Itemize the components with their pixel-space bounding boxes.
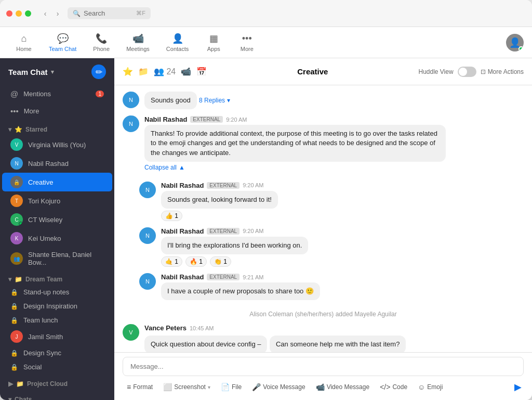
code-label: Code bbox=[392, 383, 407, 391]
msg-5-content: Vance Peters 10:45 AM Quick question abo… bbox=[144, 324, 524, 352]
huddle-toggle-track bbox=[458, 67, 476, 77]
message-input[interactable] bbox=[123, 357, 524, 376]
creative-avatar: 🔒 bbox=[10, 176, 23, 188]
message-group-4: N Nabil Rashad EXTERNAL 9:21 AM I have a… bbox=[123, 273, 524, 300]
sidebar-item-kei[interactable]: K Kei Umeko bbox=[2, 229, 112, 248]
sidebar-item-tori[interactable]: T Tori Kojuro bbox=[2, 191, 112, 210]
msg-0-avatar: N bbox=[123, 92, 139, 108]
voice-label: Voice Message bbox=[263, 383, 305, 391]
nav-meetings[interactable]: 📹 Meetings bbox=[119, 30, 157, 55]
msg-3-meta: Nabil Rashad EXTERNAL 9:20 AM bbox=[161, 227, 524, 235]
user-avatar[interactable]: 👤 bbox=[506, 34, 524, 51]
sidebar-title-text: Team Chat bbox=[8, 68, 48, 76]
sidebar-item-designinspiration[interactable]: 🔒 Design Inspiration bbox=[2, 299, 112, 313]
file-button[interactable]: 📄 File bbox=[217, 380, 246, 394]
chat-title: Creative bbox=[213, 67, 412, 76]
screenshot-dropdown-icon: ▾ bbox=[208, 384, 210, 390]
forward-button[interactable]: › bbox=[52, 8, 63, 19]
sidebar-item-nabil[interactable]: N Nabil Rashad bbox=[2, 154, 112, 173]
social-lock-icon: 🔒 bbox=[10, 364, 18, 371]
msg-3-time: 9:20 AM bbox=[243, 228, 263, 234]
nav-more-label: More bbox=[241, 46, 254, 52]
sidebar-item-virginia[interactable]: V Virginia Willis (You) bbox=[2, 135, 112, 154]
chats-section[interactable]: ▾ Chats bbox=[0, 390, 114, 400]
back-button[interactable]: ‹ bbox=[39, 8, 51, 19]
standup-label: Stand-up notes bbox=[23, 288, 69, 296]
main-content: Team Chat ▾ ✏ @ Mentions 1 ••• More ▾ ⭐ … bbox=[0, 58, 532, 400]
msg-3-reaction-1[interactable]: 🔥 1 bbox=[185, 256, 207, 267]
video-message-button[interactable]: 📹 Video Message bbox=[312, 380, 374, 394]
sidebar-item-mentions[interactable]: @ Mentions 1 bbox=[2, 85, 112, 102]
close-button[interactable] bbox=[6, 10, 12, 17]
minimize-button[interactable] bbox=[16, 10, 22, 17]
huddle-toggle[interactable] bbox=[458, 67, 476, 77]
sidebar-item-social[interactable]: 🔒 Social bbox=[2, 360, 112, 374]
members-icon[interactable]: 👥 24 bbox=[154, 67, 176, 76]
code-button[interactable]: </> Code bbox=[376, 380, 411, 394]
designinspiration-label: Design Inspiration bbox=[23, 302, 77, 310]
shante-label: Shante Elena, Daniel Bow... bbox=[28, 251, 104, 266]
msg-4-time: 9:21 AM bbox=[243, 274, 263, 280]
search-bar[interactable]: 🔍 Search ⌘F bbox=[68, 7, 151, 19]
send-button[interactable]: ▶ bbox=[512, 379, 524, 395]
screenshot-icon: ⬜ bbox=[163, 383, 172, 391]
replies-link-0[interactable]: 8 Replies ▾ bbox=[199, 97, 230, 104]
starred-section[interactable]: ▾ ⭐ Starred bbox=[0, 120, 114, 135]
video-message-label: Video Message bbox=[327, 383, 370, 391]
video-header-icon[interactable]: 📹 bbox=[181, 67, 191, 76]
message-group-1: N Nabil Rashad EXTERNAL 9:20 AM Thanks! … bbox=[123, 115, 524, 175]
more-icon: ••• bbox=[10, 107, 19, 115]
folder-icon[interactable]: 📁 bbox=[138, 67, 149, 76]
sidebar-item-creative[interactable]: 🔒 Creative bbox=[2, 173, 112, 191]
dreamteam-section[interactable]: ▾ 📁 Dream Team bbox=[0, 269, 114, 285]
home-icon: ⌂ bbox=[21, 33, 27, 44]
sidebar-item-standup[interactable]: 🔒 Stand-up notes bbox=[2, 285, 112, 299]
compose-button[interactable]: ✏ bbox=[91, 64, 106, 79]
message-group-3: N Nabil Rashad EXTERNAL 9:20 AM I'll bri… bbox=[123, 227, 524, 267]
sidebar-item-shante[interactable]: 👥 Shante Elena, Daniel Bow... bbox=[2, 248, 112, 269]
nav-contacts-label: Contacts bbox=[166, 46, 189, 52]
sidebar-item-teamlunch[interactable]: 🔒 Team lunch bbox=[2, 313, 112, 327]
projectcloud-arrow-icon: ▶ bbox=[8, 380, 13, 388]
teamchat-icon: 💬 bbox=[57, 33, 69, 44]
mentions-icon: @ bbox=[10, 89, 18, 98]
collapse-all-link[interactable]: Collapse all ▲ bbox=[144, 164, 524, 171]
emoji-button[interactable]: ☺ Emoji bbox=[414, 380, 447, 394]
nav-contacts[interactable]: 👤 Contacts bbox=[159, 30, 196, 55]
msg-3-reaction-0[interactable]: 🤙 1 bbox=[161, 256, 182, 267]
msg-2-reaction-0[interactable]: 👍 1 bbox=[161, 211, 182, 221]
nav-home-label: Home bbox=[16, 46, 31, 52]
nav-apps[interactable]: ▦ Apps bbox=[198, 30, 229, 55]
sidebar-title[interactable]: Team Chat ▾ bbox=[8, 68, 54, 76]
search-shortcut: ⌘F bbox=[136, 10, 145, 17]
msg-2-badge: EXTERNAL bbox=[207, 182, 240, 189]
format-button[interactable]: ≡ Format bbox=[123, 380, 157, 394]
message-group-5: V Vance Peters 10:45 AM Quick question a… bbox=[123, 324, 524, 352]
nav-teamchat[interactable]: 💬 Team Chat bbox=[42, 30, 84, 55]
star-icon[interactable]: ⭐ bbox=[123, 67, 133, 76]
screenshot-button[interactable]: ⬜ Screenshot ▾ bbox=[159, 380, 215, 394]
nav-phone[interactable]: 📞 Phone bbox=[86, 30, 117, 55]
sidebar-item-more[interactable]: ••• More bbox=[2, 102, 112, 120]
sidebar-item-designsync[interactable]: 🔒 Design Sync bbox=[2, 346, 112, 360]
sidebar-item-ct[interactable]: C CT Wiseley bbox=[2, 210, 112, 229]
voice-button[interactable]: 🎤 Voice Message bbox=[248, 380, 309, 394]
nav-home[interactable]: ⌂ Home bbox=[8, 30, 39, 55]
sidebar-item-jamil[interactable]: J Jamil Smith bbox=[2, 327, 112, 346]
msg-1-sender: Nabil Rashad bbox=[144, 115, 187, 123]
top-nav: ⌂ Home 💬 Team Chat 📞 Phone 📹 Meetings 👤 … bbox=[0, 27, 532, 58]
more-actions-button[interactable]: ⊡ More Actions bbox=[481, 68, 524, 75]
mentions-badge: 1 bbox=[96, 91, 104, 97]
projectcloud-section[interactable]: ▶ 📁 Project Cloud bbox=[0, 374, 114, 390]
nav-phone-label: Phone bbox=[93, 46, 110, 52]
maximize-button[interactable] bbox=[25, 10, 31, 17]
starred-arrow-icon: ▾ bbox=[8, 126, 11, 133]
ct-label: CT Wiseley bbox=[28, 216, 62, 224]
nav-more[interactable]: ••• More bbox=[231, 30, 262, 55]
mentions-label: Mentions bbox=[23, 90, 51, 98]
calendar-icon[interactable]: 📅 bbox=[196, 67, 207, 76]
msg-1-badge: EXTERNAL bbox=[190, 116, 223, 123]
designsync-label: Design Sync bbox=[23, 349, 61, 357]
msg-3-reaction-2[interactable]: 👏 1 bbox=[210, 256, 231, 267]
screenshot-label: Screenshot bbox=[174, 383, 206, 391]
